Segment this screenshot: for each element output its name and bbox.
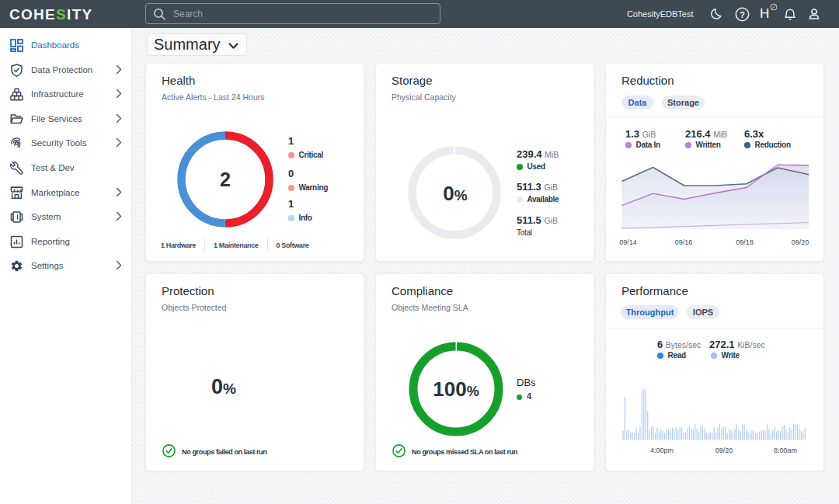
svg-text:?: ? <box>740 9 745 19</box>
svg-text:09/20: 09/20 <box>792 238 809 246</box>
svg-text:100%: 100% <box>433 377 479 401</box>
svg-text:09/16: 09/16 <box>675 238 693 246</box>
svg-text:4:00pm: 4:00pm <box>650 447 674 454</box>
svg-text:09/14: 09/14 <box>619 238 637 246</box>
svg-text:09/20: 09/20 <box>715 447 733 454</box>
svg-text:2: 2 <box>220 169 231 190</box>
svg-text:09/18: 09/18 <box>736 238 754 246</box>
svg-text:8:00am: 8:00am <box>774 447 797 454</box>
svg-text:0%: 0% <box>443 182 467 205</box>
